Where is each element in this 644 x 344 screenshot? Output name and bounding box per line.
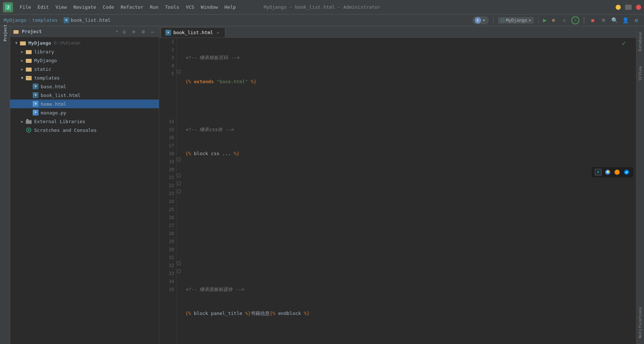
html-icon-home: H — [33, 101, 39, 107]
code-token — [248, 78, 251, 86]
code-line-4: <!-- 继承css块 --> — [185, 126, 633, 134]
ext-libs-icon — [25, 118, 32, 124]
tree-item-templates[interactable]: ▼ templates — [10, 73, 159, 82]
translate-button[interactable]: ⊞ — [600, 16, 608, 24]
locate-file-button[interactable]: ◎ — [121, 28, 128, 35]
right-tab-scview[interactable]: SCView — [637, 63, 643, 84]
hide-panel-button[interactable]: — — [149, 28, 156, 35]
tree-item-base-html[interactable]: H base.html — [10, 82, 159, 91]
maximize-button[interactable] — [625, 5, 632, 10]
menu-navigate[interactable]: Navigate — [71, 3, 99, 11]
code-token: <!-- 继承面板标题块 --> — [185, 286, 244, 294]
breadcrumb-mydjango[interactable]: MyDjango — [4, 17, 27, 23]
fold-button-19[interactable]: - — [177, 158, 181, 161]
profile2-button[interactable]: 👤 — [621, 16, 629, 24]
menu-refactor[interactable]: Refactor — [118, 3, 146, 11]
gutter-15 — [177, 126, 182, 134]
panel-dropdown-arrow: ▾ — [116, 29, 118, 34]
svg-rect-7 — [26, 50, 28, 51]
tree-label-ext-libs: External Libraries — [34, 119, 85, 124]
add-config-button[interactable]: + — [571, 16, 579, 24]
code-token: {% — [185, 150, 191, 158]
collapse-all-button[interactable]: ≡ — [130, 28, 137, 35]
code-token: block css ... — [191, 150, 234, 158]
update-button[interactable]: ↻ — [560, 16, 568, 24]
tree-arrow: ▼ — [14, 41, 19, 45]
menu-help[interactable]: Help — [222, 3, 239, 11]
fold-button-33[interactable]: - — [177, 270, 181, 273]
ln-32: 32 — [161, 262, 174, 270]
close-button[interactable] — [636, 5, 641, 10]
svg-rect-5 — [20, 41, 23, 43]
stop-button[interactable]: ■ — [589, 16, 597, 24]
menu-vcs[interactable]: VCS — [183, 3, 197, 11]
tree-item-mydjangoroot[interactable]: ▼ MyDjango D:\MyDjango — [10, 39, 159, 47]
code-empty-lines — [185, 182, 633, 246]
breadcrumb-templates[interactable]: templates — [32, 17, 57, 23]
gutter-17 — [177, 142, 182, 150]
status-check-icon: ✓ — [622, 39, 626, 47]
ln-5: 5 — [161, 70, 174, 78]
menu-view[interactable]: View — [53, 3, 70, 11]
search-button[interactable]: 🔍 — [611, 16, 619, 24]
menu-tools[interactable]: Tools — [162, 3, 182, 11]
code-token: {% — [270, 309, 275, 317]
settings-panel-button[interactable]: ⚙ — [140, 28, 146, 35]
code-line-14 — [185, 262, 633, 270]
folder-templates-icon — [25, 75, 32, 81]
code-token — [214, 78, 217, 86]
build-button[interactable]: ⚙ — [550, 16, 558, 24]
code-content[interactable]: <!-- 继承模板页码 --> {% extends "base.html" %… — [182, 38, 636, 344]
project-selector[interactable]: ⬡ MyDjango ▾ — [498, 17, 534, 24]
menu-code[interactable]: Code — [100, 3, 117, 11]
code-line-2: {% extends "base.html" %} — [185, 78, 633, 86]
tree-item-static[interactable]: ▶ static — [10, 65, 159, 73]
panel-header: Project ▾ ◎ ≡ ⚙ — — [10, 26, 159, 37]
tree-item-scratches[interactable]: Scratches and Consoles — [10, 126, 159, 134]
gutter-skip — [177, 78, 182, 118]
tab-close-button[interactable]: ✕ — [216, 30, 221, 35]
menu-edit[interactable]: Edit — [35, 3, 52, 11]
settings-button[interactable]: ⚙ — [632, 16, 640, 24]
titlebar: J File Edit View Navigate Code Refactor … — [0, 0, 644, 15]
code-line-16: {% block panel_title %}书籍信息{% endblock %… — [185, 309, 633, 317]
tab-book-list-html[interactable]: H book_list.html ✕ — [161, 27, 225, 37]
tree-item-home-html[interactable]: H home.html — [10, 100, 159, 108]
minimize-button[interactable] — [616, 5, 621, 10]
code-editor[interactable]: 1 2 3 4 5 14 15 16 17 18 19 20 21 22 23 … — [159, 38, 636, 344]
tree-item-ext-libs[interactable]: ▶ External Libraries — [10, 117, 159, 126]
tree-label-book-list-html: book_list.html — [41, 93, 81, 98]
code-token: {% — [185, 309, 191, 317]
fold-button-5[interactable]: - — [177, 70, 181, 73]
tree-item-library[interactable]: ▶ library — [10, 47, 159, 56]
folder-static-icon — [25, 66, 32, 72]
code-token — [191, 78, 194, 86]
menu-run[interactable]: Run — [147, 3, 161, 11]
fold-button-23[interactable]: - — [177, 190, 181, 193]
right-tab-notifications[interactable]: Notifications — [637, 304, 643, 341]
profile-button[interactable]: A ▾ — [472, 16, 489, 24]
menu-window[interactable]: Window — [198, 3, 221, 11]
tree-item-mydjango-sub[interactable]: ▶ MyDjango — [10, 56, 159, 65]
ln-23: 23 — [161, 190, 174, 198]
py-icon-manage: P — [33, 110, 39, 116]
code-token: "base.html" — [217, 78, 248, 86]
right-tab-database[interactable]: Database — [637, 29, 643, 54]
code-line-1: <!-- 继承模板页码 --> — [185, 54, 633, 62]
gutter-5: - — [177, 70, 182, 78]
ln-26: 26 — [161, 214, 174, 222]
fold-button-21[interactable]: - — [177, 174, 181, 177]
file-tree: ▼ MyDjango D:\MyDjango ▶ library ▶ MyDja… — [10, 37, 159, 344]
tree-item-manage-py[interactable]: P manage.py — [10, 108, 159, 117]
ln-31: 31 — [161, 254, 174, 262]
run-button[interactable]: ▶ — [543, 17, 547, 24]
menu-file[interactable]: File — [17, 3, 34, 11]
tree-item-book-list-html[interactable]: H book_list.html — [10, 91, 159, 100]
svg-rect-14 — [27, 77, 31, 78]
project-tab[interactable]: Project — [1, 29, 9, 37]
ln-14: 14 — [161, 118, 174, 126]
project-dropdown-icon: ▾ — [528, 18, 531, 23]
tree-label-scratches: Scratches and Consoles — [34, 128, 97, 133]
fold-button-32[interactable]: - — [177, 262, 181, 265]
fold-button-22[interactable]: - — [177, 182, 181, 185]
